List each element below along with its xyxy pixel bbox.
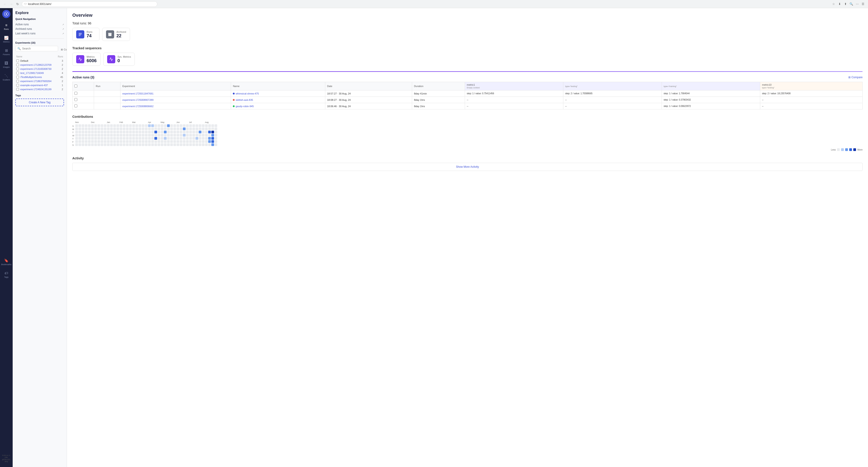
sidebar-item-params[interactable]: ⊞ Params	[1, 46, 11, 58]
contrib-cell	[208, 127, 211, 130]
exp-checkbox[interactable]	[16, 80, 19, 83]
contrib-cell	[195, 134, 198, 136]
experiment-row[interactable]: Default 3	[16, 59, 64, 63]
row-checkbox[interactable]	[74, 92, 77, 95]
show-more-activity-button[interactable]: Show More Activity	[72, 163, 863, 171]
contrib-cell	[208, 124, 211, 127]
contrib-cell	[186, 137, 189, 140]
url-bar[interactable]: 🛡 localhost:3001/aim/	[22, 1, 157, 7]
create-tag-button[interactable]: Create A New Tag	[16, 98, 64, 106]
contrib-cell	[120, 131, 122, 133]
contrib-cell	[170, 124, 173, 127]
runs-table-header-row: Run Experiment Name Date Duration metric…	[72, 82, 863, 90]
contrib-cell	[205, 134, 208, 136]
tags-title: Tags	[16, 94, 64, 97]
exp-checkbox[interactable]	[16, 84, 19, 87]
sidebar-item-tags[interactable]: 🏷 Tags	[1, 269, 11, 281]
exp-checkbox[interactable]	[16, 72, 19, 74]
contrib-cell	[132, 140, 135, 143]
experiment-row[interactable]: /TestMultipleScores 45	[16, 75, 64, 79]
sidebar-item-bookmarks[interactable]: 🔖 Bookmarks	[1, 256, 11, 268]
exp-checkbox[interactable]	[16, 59, 19, 62]
experiment-row[interactable]: experiment-1712862123709 2	[16, 63, 64, 67]
exp-checkbox[interactable]	[16, 76, 19, 79]
back-button[interactable]: ←	[3, 2, 7, 6]
month-label: Dec	[91, 121, 107, 123]
search-bar[interactable]: 🔍	[16, 46, 58, 51]
app-logo[interactable]	[2, 10, 10, 18]
experiment-row[interactable]: experiment-1724924135199 2	[16, 87, 64, 91]
contrib-cell	[107, 137, 110, 140]
images-icon: 🖼	[4, 61, 8, 65]
contrib-cell	[126, 124, 129, 127]
run-cell	[94, 103, 121, 110]
col-run: Run	[94, 82, 121, 90]
sidebar-item-runs[interactable]: ≡ Runs	[1, 21, 11, 33]
sys-metrics-stat-card[interactable]: Sys. Metrics 0	[103, 53, 135, 66]
experiment-link[interactable]: experiment-1725008806662	[122, 105, 153, 107]
contrib-cell	[91, 134, 94, 136]
contrib-cell	[135, 131, 138, 133]
contrib-cell	[154, 124, 157, 127]
contrib-cell	[164, 127, 166, 130]
contrib-cell	[177, 137, 179, 140]
metrics-stat-card[interactable]: Metrics 6006	[72, 53, 101, 66]
sidebar-item-metrics[interactable]: 📈 Metrics	[1, 33, 11, 45]
exp-checkbox[interactable]	[16, 68, 19, 70]
quick-nav-archived-runs[interactable]: Archived runs ↗	[16, 27, 64, 31]
row-checkbox[interactable]	[74, 98, 77, 101]
table-row[interactable]: experiment-1725008806662 gaudy-robin-945…	[72, 103, 863, 110]
compare-runs-link[interactable]: ⊞ Compare	[848, 76, 863, 79]
name-link[interactable]: gaudy-robin-945	[236, 105, 254, 107]
experiment-row[interactable]: example-experiment-437 1	[16, 83, 64, 87]
row-checkbox[interactable]	[74, 104, 77, 107]
refresh-button[interactable]: ↻	[16, 2, 20, 6]
contrib-cell	[101, 143, 103, 146]
experiment-link[interactable]: experiment-1725011847691	[122, 92, 153, 95]
quick-nav-last-week[interactable]: Last week's runs ↗	[16, 31, 64, 36]
sidebar-item-scatters[interactable]: ⋱ Scatters	[1, 71, 11, 83]
contrib-cell	[107, 131, 110, 133]
more-button[interactable]: ⋯	[855, 2, 860, 6]
month-label: Aug	[205, 121, 218, 123]
contrib-cell	[82, 134, 84, 136]
compare-button[interactable]: ⊞ Compare	[59, 46, 67, 53]
zoom-button[interactable]: 🔍	[849, 2, 854, 6]
contrib-cell	[158, 124, 160, 127]
archived-stat-card[interactable]: Archived 22	[102, 28, 130, 41]
experiment-row[interactable]: experiment-1713165008730 2	[16, 67, 64, 71]
experiment-link[interactable]: experiment-1725008907289	[122, 98, 153, 101]
experiment-row[interactable]: test_1713981716049 4	[16, 71, 64, 75]
share-button[interactable]: ⬆	[843, 2, 848, 6]
contrib-cell	[199, 137, 202, 140]
contrib-cell	[75, 143, 78, 146]
runs-stat-card[interactable]: Runs 74	[72, 28, 99, 41]
experiment-row[interactable]: experiment-1718637600264 2	[16, 79, 64, 83]
name-cell: skittish-auk-835	[231, 97, 325, 103]
row-checkbox-cell[interactable]	[72, 103, 94, 110]
menu-button[interactable]: ☰	[861, 2, 865, 6]
forward-button[interactable]: →	[9, 2, 13, 6]
contrib-cell	[186, 143, 189, 146]
exp-checkbox[interactable]	[16, 88, 19, 91]
table-row[interactable]: experiment-1725008907289 skittish-auk-83…	[72, 97, 863, 103]
download-button[interactable]: ⬇	[837, 2, 842, 6]
contrib-cell	[202, 143, 205, 146]
name-link[interactable]: skittish-auk-835	[236, 98, 253, 101]
contrib-cell	[170, 134, 173, 136]
star-button[interactable]: ☆	[831, 2, 836, 6]
exp-checkbox[interactable]	[16, 64, 19, 66]
search-input[interactable]	[22, 47, 56, 50]
main-content: Overview Total runs: 96 Runs 74 Archived…	[67, 8, 868, 467]
contrib-week-col	[110, 124, 113, 146]
contrib-cell	[88, 134, 91, 136]
security-icon: 🛡	[24, 3, 27, 5]
name-link[interactable]: whimsical-shrew-475	[236, 92, 259, 95]
table-row[interactable]: experiment-1725011847691 whimsical-shrew…	[72, 90, 863, 97]
sidebar-item-images[interactable]: 🖼 Images	[1, 59, 11, 70]
quick-nav-active-runs[interactable]: Active runs ↗	[16, 22, 64, 27]
contrib-week-col	[97, 124, 100, 146]
row-checkbox-cell[interactable]	[72, 97, 94, 103]
row-checkbox-cell[interactable]	[72, 90, 94, 97]
select-all-checkbox[interactable]	[74, 85, 77, 88]
